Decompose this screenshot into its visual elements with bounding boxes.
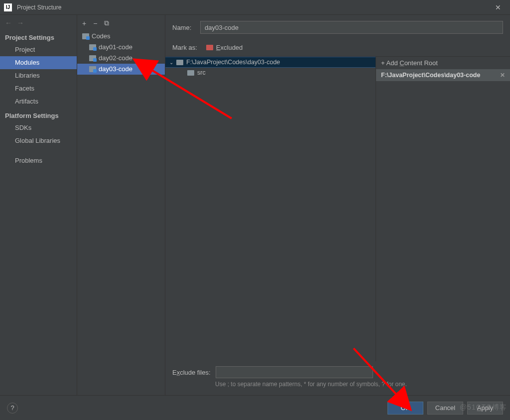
exclude-hint: Use ; to separate name patterns, * for a… — [215, 380, 503, 388]
details-top: Name: Mark as: Excluded — [165, 15, 510, 56]
src-folder-label: src — [197, 69, 206, 76]
source-root-path: F:\JavaProject\Codes\day03-code — [186, 59, 280, 66]
add-content-root-button[interactable]: + Add Content Root — [376, 57, 510, 69]
folder-icon — [187, 70, 194, 76]
forward-arrow-icon[interactable]: → — [17, 19, 24, 27]
add-module-icon[interactable]: + — [82, 19, 86, 27]
folder-icon — [82, 33, 89, 39]
folder-icon — [89, 44, 96, 50]
help-button[interactable]: ? — [7, 403, 18, 414]
remove-module-icon[interactable]: − — [93, 19, 97, 27]
exclude-input[interactable] — [216, 366, 373, 378]
module-toolbar: + − ⧉ — [77, 15, 165, 29]
watermark: @51CTO博客 — [460, 403, 507, 412]
module-label: day02-code — [99, 54, 132, 63]
nav-item-modules[interactable]: Modules — [0, 56, 77, 69]
name-row: Name: — [172, 21, 503, 34]
src-folder-row[interactable]: src — [165, 68, 376, 78]
module-label: Codes — [92, 32, 111, 41]
app-icon: IJ — [4, 3, 12, 11]
footer: ? OK Cancel Apply — [0, 395, 510, 420]
source-root-row[interactable]: ⌄ F:\JavaProject\Codes\day03-code — [165, 57, 376, 68]
remove-root-icon[interactable]: ✕ — [500, 72, 505, 79]
module-item-day03[interactable]: day03-code — [77, 64, 165, 75]
copy-module-icon[interactable]: ⧉ — [104, 19, 109, 27]
folder-icon — [89, 55, 96, 61]
markas-label: Mark as: — [172, 44, 197, 51]
excluded-label: Excluded — [216, 44, 243, 51]
source-tree[interactable]: ⌄ F:\JavaProject\Codes\day03-code src — [165, 57, 376, 361]
module-label: day01-code — [99, 43, 132, 52]
nav-heading-platform-settings: Platform Settings — [0, 108, 77, 121]
left-nav: ← → Project Settings Project Modules Lib… — [0, 15, 77, 395]
nav-item-facets[interactable]: Facets — [0, 82, 77, 95]
nav-toolbar: ← → — [0, 18, 77, 30]
ok-button[interactable]: OK — [387, 402, 423, 415]
folder-icon — [176, 60, 183, 65]
nav-heading-project-settings: Project Settings — [0, 30, 77, 43]
markas-row: Mark as: Excluded — [172, 43, 503, 52]
details-panel: Name: Mark as: Excluded ⌄ F:\JavaProject… — [165, 15, 510, 395]
back-arrow-icon[interactable]: ← — [5, 19, 12, 27]
mark-excluded-button[interactable]: Excluded — [202, 43, 247, 52]
details-mid: ⌄ F:\JavaProject\Codes\day03-code src + … — [165, 56, 510, 361]
content-root-panel: + Add Content Root F:\JavaProject\Codes\… — [376, 57, 510, 361]
content-root-path: F:\JavaProject\Codes\day03-code — [381, 72, 480, 79]
content: ← → Project Settings Project Modules Lib… — [0, 15, 510, 395]
exclude-label: Exclude files: — [172, 369, 211, 376]
details-bottom: Exclude files: Use ; to separate name pa… — [165, 361, 510, 395]
exclude-row: Exclude files: — [172, 366, 503, 378]
name-input[interactable] — [200, 21, 503, 34]
module-label: day03-code — [99, 65, 132, 74]
content-root-entry[interactable]: F:\JavaProject\Codes\day03-code ✕ — [376, 69, 510, 81]
nav-item-sdks[interactable]: SDKs — [0, 121, 77, 134]
nav-item-project[interactable]: Project — [0, 43, 77, 56]
cancel-button[interactable]: Cancel — [427, 402, 463, 415]
add-root-label: + Add Content Root — [381, 59, 438, 67]
module-list: + − ⧉ Codes day01-code day02-code day03-… — [77, 15, 165, 395]
module-tree: Codes day01-code day02-code day03-code — [77, 29, 165, 75]
nav-item-artifacts[interactable]: Artifacts — [0, 95, 77, 108]
close-icon[interactable]: ✕ — [490, 1, 506, 13]
module-item-codes[interactable]: Codes — [77, 31, 165, 42]
folder-icon — [89, 66, 96, 72]
nav-item-global-libraries[interactable]: Global Libraries — [0, 134, 77, 147]
module-item-day02[interactable]: day02-code — [77, 53, 165, 64]
title-bar: IJ Project Structure ✕ — [0, 0, 510, 15]
excluded-icon — [206, 45, 213, 50]
chevron-down-icon[interactable]: ⌄ — [169, 60, 173, 65]
nav-item-problems[interactable]: Problems — [0, 154, 77, 167]
name-label: Name: — [172, 24, 194, 31]
nav-item-libraries[interactable]: Libraries — [0, 69, 77, 82]
module-item-day01[interactable]: day01-code — [77, 42, 165, 53]
window-title: Project Structure — [17, 4, 490, 11]
